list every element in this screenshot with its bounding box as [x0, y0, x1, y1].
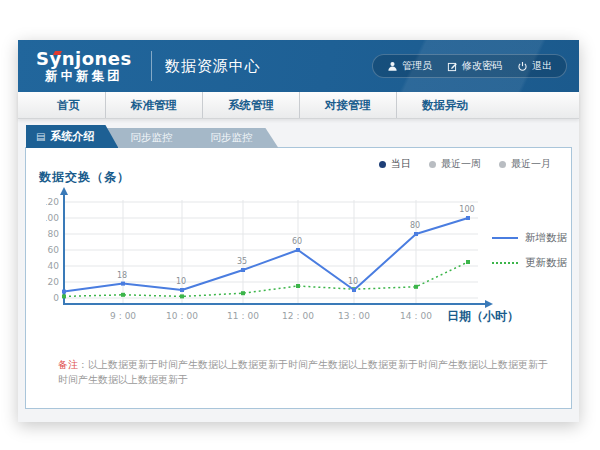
svg-text:120: 120	[46, 197, 59, 207]
user-icon	[387, 61, 398, 72]
legend-label: 更新数据	[525, 256, 567, 270]
svg-text:14：00: 14：00	[400, 311, 432, 321]
svg-text:10: 10	[176, 277, 186, 286]
footnote-text: ：以上数据更新于时间产生数据以上数据更新于时间产生数据以上数据更新于时间产生数据…	[58, 359, 548, 385]
filter-label: 最近一月	[511, 157, 551, 171]
filter-label: 当日	[391, 157, 411, 171]
svg-text:18: 18	[117, 271, 127, 280]
app-title: 数据资源中心	[165, 57, 261, 76]
svg-text:12：00: 12：00	[282, 311, 314, 321]
tab-system-intro[interactable]: ▤ 系统介绍	[26, 125, 118, 148]
tab-sync-monitor-1[interactable]: 同步监控	[104, 128, 198, 148]
user-menu: 管理员 修改密码 退出	[372, 54, 567, 78]
admin-user-button[interactable]: 管理员	[387, 59, 432, 73]
svg-text:80: 80	[410, 221, 420, 230]
svg-text:10: 10	[348, 277, 358, 286]
app-header: Synjones 新中新集团 数据资源中心 管理员 修改密码 退出	[18, 40, 579, 92]
legend-update-data[interactable]: 更新数据	[492, 256, 567, 270]
app-window: Synjones 新中新集团 数据资源中心 管理员 修改密码 退出 首页 标准管…	[18, 40, 579, 422]
company-logo: Synjones 新中新集团	[30, 48, 138, 84]
radio-icon	[429, 161, 436, 168]
edit-icon	[447, 61, 458, 72]
solid-line-icon	[492, 237, 518, 239]
legend-label: 新增数据	[525, 231, 567, 245]
change-password-button[interactable]: 修改密码	[447, 59, 502, 73]
dotted-line-icon	[492, 262, 518, 264]
svg-text:10：00: 10：00	[166, 311, 198, 321]
svg-text:35: 35	[237, 257, 247, 266]
svg-text:60: 60	[292, 237, 302, 246]
filter-last-month[interactable]: 最近一月	[499, 157, 551, 171]
content-card: 当日 最近一周 最近一月 数据交换（条） 0204060801001209：00…	[25, 147, 572, 409]
svg-text:100: 100	[459, 205, 474, 214]
logo-secondary-text: 新中新集团	[36, 69, 132, 82]
footnote-label: 备注	[58, 359, 78, 370]
svg-text:40: 40	[48, 261, 60, 271]
nav-item-standard-mgmt[interactable]: 标准管理	[106, 92, 203, 118]
svg-text:13：00: 13：00	[338, 311, 370, 321]
legend-new-data[interactable]: 新增数据	[492, 231, 567, 245]
admin-user-label: 管理员	[402, 59, 432, 73]
svg-text:100: 100	[46, 213, 59, 223]
tab-label: 系统介绍	[50, 129, 94, 144]
radio-icon	[379, 161, 386, 168]
logout-button[interactable]: 退出	[517, 59, 552, 73]
chart-x-axis-title: 日期（小时）	[447, 308, 519, 325]
power-icon	[517, 61, 528, 72]
logout-label: 退出	[532, 59, 552, 73]
nav-item-system-mgmt[interactable]: 系统管理	[203, 92, 300, 118]
nav-item-interface-mgmt[interactable]: 对接管理	[300, 92, 397, 118]
svg-text:60: 60	[48, 245, 60, 255]
main-nav: 首页 标准管理 系统管理 对接管理 数据异动	[18, 92, 579, 119]
header-divider	[151, 51, 152, 81]
nav-item-home[interactable]: 首页	[32, 92, 106, 118]
svg-text:9：00: 9：00	[110, 311, 136, 321]
svg-text:80: 80	[48, 229, 60, 239]
tab-label: 同步监控	[130, 131, 172, 145]
nav-item-data-change[interactable]: 数据异动	[397, 92, 493, 118]
filter-label: 最近一周	[441, 157, 481, 171]
tab-bar: ▤ 系统介绍 同步监控 同步监控	[26, 125, 278, 148]
svg-text:0: 0	[53, 293, 59, 303]
chart-legend: 新增数据 更新数据	[492, 231, 567, 270]
filter-today[interactable]: 当日	[379, 157, 411, 171]
filter-last-week[interactable]: 最近一周	[429, 157, 481, 171]
tab-label: 同步监控	[210, 131, 252, 145]
svg-text:20: 20	[48, 277, 60, 287]
logo-primary-text: Synjones	[36, 50, 132, 69]
radio-icon	[499, 161, 506, 168]
tab-sync-monitor-2[interactable]: 同步监控	[184, 128, 278, 148]
chart-y-axis-title: 数据交换（条）	[39, 169, 130, 186]
document-icon: ▤	[36, 131, 45, 142]
change-password-label: 修改密码	[462, 59, 502, 73]
footnote: 备注：以上数据更新于时间产生数据以上数据更新于时间产生数据以上数据更新于时间产生…	[58, 357, 550, 387]
period-filter-group: 当日 最近一周 最近一月	[379, 157, 551, 171]
svg-text:11：00: 11：00	[227, 311, 259, 321]
exchange-chart: 0204060801001209：0010：0011：0012：0013：001…	[46, 186, 528, 328]
